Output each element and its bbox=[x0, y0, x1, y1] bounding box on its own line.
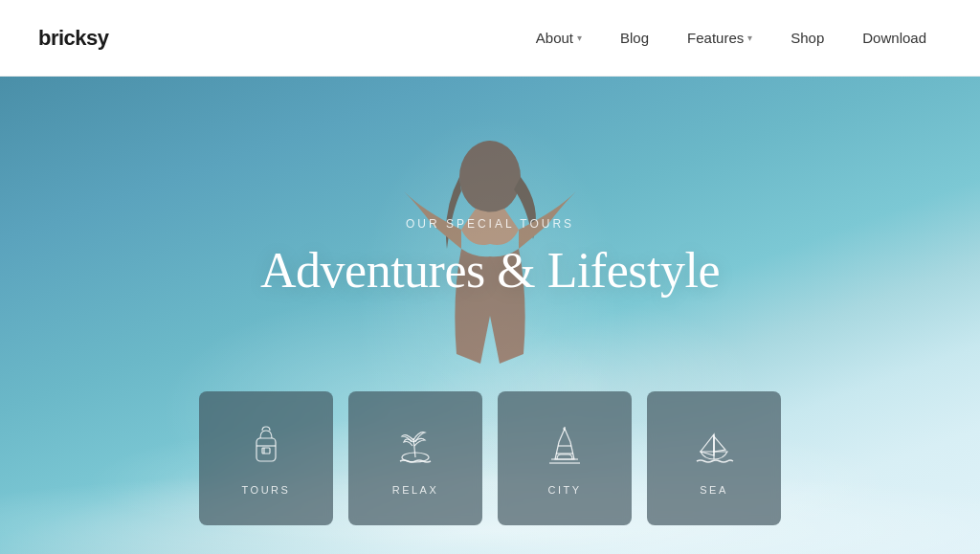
card-sea-label: SEA bbox=[700, 484, 728, 496]
card-sea[interactable]: SEA bbox=[647, 391, 781, 525]
island-icon bbox=[390, 421, 440, 471]
svg-rect-3 bbox=[262, 448, 270, 454]
card-city[interactable]: CITY bbox=[498, 391, 632, 525]
nav-item-download[interactable]: Download bbox=[847, 22, 942, 54]
tower-icon bbox=[540, 421, 590, 471]
card-relax-label: RELAX bbox=[392, 484, 439, 496]
site-logo[interactable]: bricksy bbox=[38, 26, 109, 51]
about-chevron-icon: ▾ bbox=[577, 33, 582, 43]
hero-section: OUR SPECIAL TOURS Adventures & Lifestyle… bbox=[0, 77, 980, 554]
hero-content: OUR SPECIAL TOURS Adventures & Lifestyle bbox=[260, 217, 720, 413]
card-tours-label: TOURS bbox=[242, 484, 291, 496]
backpack-icon bbox=[241, 421, 291, 471]
card-relax[interactable]: RELAX bbox=[348, 391, 482, 525]
nav-item-about[interactable]: About▾ bbox=[521, 22, 597, 54]
tour-cards: TOURS RELAX bbox=[199, 391, 781, 525]
site-header: bricksy About▾BlogFeatures▾ShopDownload bbox=[0, 0, 980, 77]
nav-item-blog[interactable]: Blog bbox=[605, 22, 664, 54]
nav-item-features[interactable]: Features▾ bbox=[672, 22, 768, 54]
hero-subtitle: OUR SPECIAL TOURS bbox=[260, 217, 720, 231]
card-tours[interactable]: TOURS bbox=[199, 391, 333, 525]
card-city-label: CITY bbox=[547, 484, 581, 496]
sailboat-icon bbox=[689, 421, 739, 471]
main-nav: About▾BlogFeatures▾ShopDownload bbox=[521, 22, 942, 54]
svg-rect-1 bbox=[256, 438, 276, 461]
nav-item-shop[interactable]: Shop bbox=[775, 22, 839, 54]
svg-point-0 bbox=[459, 141, 521, 213]
hero-title: Adventures & Lifestyle bbox=[260, 242, 720, 299]
features-chevron-icon: ▾ bbox=[747, 33, 752, 43]
